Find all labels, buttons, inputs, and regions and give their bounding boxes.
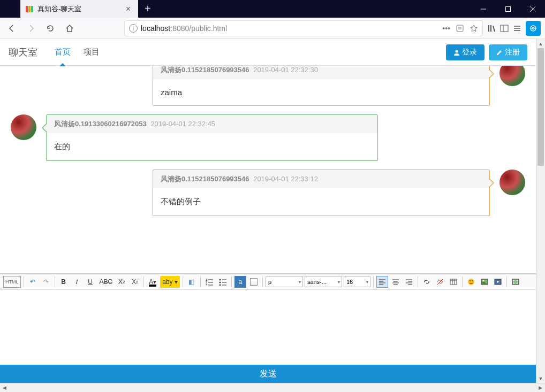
undo-icon[interactable]: ↶	[27, 276, 39, 288]
svg-point-52	[470, 280, 471, 281]
tab-title: 真知谷-聊天室	[37, 4, 124, 14]
url-input[interactable]: i localhost:8080/public.html •••	[124, 20, 483, 36]
extension-icon[interactable]	[526, 21, 541, 36]
underline-icon[interactable]: U	[85, 276, 96, 288]
svg-point-21	[456, 50, 458, 52]
image-icon[interactable]	[479, 276, 490, 288]
avatar	[11, 114, 36, 140]
sidebar-icon[interactable]	[500, 24, 509, 33]
align-right-icon[interactable]	[403, 276, 415, 288]
link-icon[interactable]	[421, 276, 433, 288]
svg-line-12	[493, 26, 495, 32]
nav-reload-icon[interactable]	[43, 21, 58, 36]
editor-toolbar: HTML ↶ ↷ B I U ABC X2 X2 A ▾ aby ▾ ◧ 123	[0, 273, 536, 290]
svg-point-53	[472, 280, 473, 281]
format-select[interactable]: p	[266, 276, 303, 287]
align-center-icon[interactable]	[390, 276, 402, 288]
scroll-right-icon[interactable]: ▶	[536, 383, 545, 393]
app-navbar: 聊天室 首页 项目 登录 注册	[0, 39, 536, 66]
svg-rect-1	[28, 6, 31, 12]
login-button[interactable]: 登录	[446, 44, 485, 60]
strikethrough-icon[interactable]: ABC	[98, 276, 115, 288]
align-left-icon[interactable]	[376, 276, 388, 288]
send-button[interactable]: 发送	[0, 365, 536, 383]
svg-point-32	[219, 285, 221, 286]
svg-point-30	[219, 282, 221, 283]
vertical-scrollbar[interactable]: ▲ ▼	[536, 39, 545, 383]
library-icon[interactable]	[487, 24, 496, 33]
eraser-icon[interactable]: ◧	[186, 276, 198, 288]
svg-rect-7	[457, 25, 463, 32]
table-icon[interactable]	[448, 276, 459, 288]
size-select[interactable]: 16	[344, 276, 370, 287]
url-more-icon[interactable]: •••	[442, 24, 450, 33]
svg-rect-57	[512, 279, 519, 285]
select-all-icon[interactable]: a	[234, 276, 246, 288]
message-header: 风清扬0.1152185076993546 2019-04-01 22:32:3…	[153, 66, 489, 79]
fullscreen-icon[interactable]	[510, 276, 521, 288]
nav-back-icon[interactable]	[4, 21, 19, 36]
html-source-button[interactable]: HTML	[3, 276, 21, 288]
subscript-icon[interactable]: X2	[129, 276, 141, 288]
unlink-icon[interactable]	[434, 276, 446, 288]
video-icon[interactable]	[492, 276, 504, 288]
reader-mode-icon[interactable]	[456, 24, 464, 33]
browser-urlbar: i localhost:8080/public.html •••	[0, 18, 545, 39]
horizontal-scrollbar[interactable]: ◀ ▶	[0, 383, 545, 392]
app-menu-icon[interactable]	[513, 24, 521, 33]
avatar	[499, 170, 525, 195]
user-icon	[453, 49, 460, 56]
site-info-icon[interactable]: i	[129, 24, 138, 33]
message-row: 风清扬0.1152185076993546 2019-04-01 22:33:1…	[11, 170, 525, 216]
message-header: 风清扬0.19133060216972053 2019-04-01 22:32:…	[47, 115, 377, 133]
message-row: 风清扬0.1152185076993546 2019-04-01 22:32:3…	[11, 66, 525, 106]
message-body: 不错的例子	[153, 188, 489, 216]
tab-favicon-icon	[26, 5, 34, 13]
nav-projects[interactable]: 项目	[77, 39, 106, 66]
svg-rect-0	[26, 6, 28, 12]
bookmark-star-icon[interactable]	[470, 24, 478, 33]
emoji-icon[interactable]	[465, 276, 477, 288]
highlight-icon[interactable]: aby ▾	[160, 276, 180, 288]
browser-titlebar: 真知谷-聊天室 × +	[0, 0, 545, 18]
document-icon[interactable]	[248, 276, 260, 288]
text-color-icon[interactable]: A ▾	[147, 276, 158, 288]
svg-point-51	[468, 279, 474, 285]
message-body: zaima	[153, 79, 489, 105]
scroll-up-icon[interactable]: ▲	[536, 39, 545, 48]
new-tab-icon[interactable]: +	[138, 3, 157, 15]
font-select[interactable]: sans-...	[305, 276, 342, 287]
window-close-icon[interactable]	[520, 0, 545, 18]
pencil-icon	[496, 49, 503, 56]
svg-text:3: 3	[206, 283, 207, 286]
nav-forward-icon[interactable]	[24, 21, 39, 36]
browser-tab[interactable]: 真知谷-聊天室 ×	[20, 0, 138, 18]
svg-rect-13	[501, 25, 508, 32]
italic-icon[interactable]: I	[71, 276, 83, 288]
editor-content[interactable]	[0, 290, 536, 365]
unordered-list-icon[interactable]	[217, 276, 229, 288]
redo-icon[interactable]: ↷	[40, 276, 52, 288]
url-text: localhost:8080/public.html	[141, 24, 227, 33]
message-body: 在的	[47, 133, 377, 160]
bold-icon[interactable]: B	[58, 276, 70, 288]
window-minimize-icon[interactable]	[471, 0, 496, 18]
svg-point-28	[219, 279, 221, 281]
scroll-left-icon[interactable]: ◀	[0, 383, 9, 393]
avatar	[499, 66, 525, 86]
message-header: 风清扬0.1152185076993546 2019-04-01 22:33:1…	[153, 170, 489, 188]
chat-area: 风清扬0.1152185076993546 2019-04-01 22:32:3…	[0, 66, 536, 273]
superscript-icon[interactable]: X2	[116, 276, 127, 288]
scroll-thumb[interactable]	[538, 48, 544, 166]
tab-close-icon[interactable]: ×	[124, 4, 133, 14]
brand-title: 聊天室	[9, 46, 37, 59]
nav-home-icon[interactable]	[62, 21, 77, 36]
svg-rect-2	[31, 6, 33, 12]
nav-home[interactable]: 首页	[48, 39, 77, 66]
ordered-list-icon[interactable]: 123	[203, 276, 215, 288]
svg-rect-47	[450, 279, 457, 285]
message-row: 风清扬0.19133060216972053 2019-04-01 22:32:…	[11, 114, 525, 161]
register-button[interactable]: 注册	[489, 44, 527, 60]
scroll-down-icon[interactable]: ▼	[536, 374, 545, 383]
window-maximize-icon[interactable]	[496, 0, 520, 18]
